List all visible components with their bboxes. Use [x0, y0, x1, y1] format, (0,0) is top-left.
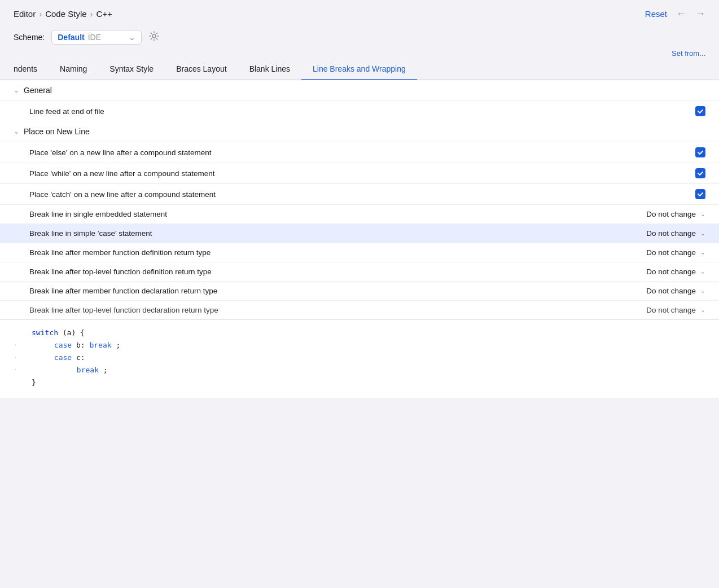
while-new-line-control	[695, 168, 705, 178]
line-feed-checkbox[interactable]	[695, 106, 705, 116]
section-general[interactable]: ⌄ General	[0, 80, 719, 100]
break-toplevel-def-chevron-icon: ⌄	[700, 268, 705, 275]
catch-new-line-label: Place 'catch' on a new line after a comp…	[29, 190, 695, 199]
code-content-3: case c:	[32, 352, 705, 364]
breadcrumb-editor: Editor	[14, 9, 36, 19]
code-preview: switch (a) { · case b: break ; · case c:	[0, 319, 719, 398]
setting-break-member-decl: Break line after member function declara…	[0, 281, 719, 300]
setting-break-case: Break line in simple 'case' statement Do…	[0, 223, 719, 243]
code-gutter-4: ·	[14, 364, 32, 376]
breadcrumb-sep1: ›	[39, 9, 42, 19]
else-new-line-checkbox[interactable]	[695, 147, 705, 157]
break-single-chevron-icon: ⌄	[700, 210, 705, 218]
general-chevron-icon: ⌄	[14, 86, 19, 94]
break-member-def-label: Break line after member function definit…	[29, 248, 646, 257]
break-single-label: Break line in single embedded statement	[29, 210, 646, 218]
setting-break-member-def: Break line after member function definit…	[0, 243, 719, 262]
code-content-5: }	[32, 376, 705, 389]
set-from-link[interactable]: Set from...	[672, 49, 705, 58]
code-gutter-3: ·	[14, 352, 32, 363]
header-actions: Reset ← →	[645, 8, 705, 20]
break-member-decl-chevron-icon: ⌄	[700, 287, 705, 295]
code-line-3: · case c:	[14, 352, 705, 364]
else-new-line-control	[695, 147, 705, 157]
break-member-decl-value: Do not change	[646, 287, 696, 295]
break-toplevel-def-value: Do not change	[646, 267, 696, 276]
setting-while-new-line: Place 'while' on a new line after a comp…	[0, 163, 719, 183]
setting-break-toplevel-decl: Break line after top-level function decl…	[0, 300, 719, 319]
tab-braces[interactable]: Braces Layout	[165, 60, 238, 80]
break-toplevel-def-label: Break line after top-level function defi…	[29, 267, 646, 276]
setting-break-single: Break line in single embedded statement …	[0, 204, 719, 223]
svg-point-0	[152, 34, 156, 38]
setting-catch-new-line: Place 'catch' on a new line after a comp…	[0, 183, 719, 204]
code-gutter-5	[14, 376, 32, 378]
setting-line-feed: Line feed at end of file	[0, 100, 719, 121]
keyword-switch: switch	[32, 328, 58, 337]
tab-naming[interactable]: Naming	[49, 60, 98, 80]
header: Editor › Code Style › C++ Reset ← →	[0, 0, 719, 25]
break-member-def-chevron-icon: ⌄	[700, 249, 705, 256]
set-from-row: Set from...	[0, 48, 719, 60]
line-feed-control	[695, 106, 705, 116]
tab-blank[interactable]: Blank Lines	[238, 60, 301, 80]
break-member-decl-dropdown[interactable]: Do not change ⌄	[646, 287, 705, 295]
section-place-on-new-line-label: Place on New Line	[24, 127, 90, 136]
tab-indents[interactable]: ndents	[0, 60, 49, 80]
code-line-1: switch (a) {	[14, 327, 705, 339]
catch-new-line-checkbox[interactable]	[695, 189, 705, 199]
section-general-label: General	[24, 86, 52, 95]
gear-icon	[148, 30, 160, 42]
break-case-value: Do not change	[646, 229, 696, 238]
scheme-chevron-icon: ⌄	[129, 33, 135, 42]
catch-new-line-control	[695, 189, 705, 199]
tab-linebreaks[interactable]: Line Breaks and Wrapping	[301, 60, 417, 80]
code-content-4: break ;	[32, 364, 705, 376]
code-content-1: switch (a) {	[32, 327, 705, 339]
checkmark-icon	[697, 108, 704, 115]
scheme-select[interactable]: Default IDE ⌄	[51, 30, 142, 45]
break-case-chevron-icon: ⌄	[700, 230, 705, 237]
break-member-def-value: Do not change	[646, 248, 696, 257]
breadcrumb-code-style: Code Style	[45, 9, 86, 19]
scheme-name: Default	[58, 33, 84, 42]
setting-else-new-line: Place 'else' on a new line after a compo…	[0, 142, 719, 163]
keyword-case-b: case	[54, 341, 72, 349]
scheme-row: Scheme: Default IDE ⌄	[0, 25, 719, 48]
gear-button[interactable]	[148, 30, 160, 45]
code-gutter-1	[14, 327, 32, 328]
checkmark-icon	[697, 170, 704, 177]
reset-button[interactable]: Reset	[645, 9, 667, 19]
breadcrumb: Editor › Code Style › C++	[14, 9, 112, 19]
tabs-container: ndents Naming Syntax Style Braces Layout…	[0, 60, 719, 80]
settings-list: ⌄ General Line feed at end of file ⌄ Pla…	[0, 80, 719, 319]
break-toplevel-decl-label: Break line after top-level function decl…	[29, 306, 646, 314]
code-line-5: }	[14, 376, 705, 389]
scheme-ide: IDE	[88, 33, 101, 42]
break-toplevel-decl-value: Do not change	[646, 306, 696, 314]
code-content-2: case b: break ;	[32, 339, 705, 352]
break-member-def-dropdown[interactable]: Do not change ⌄	[646, 248, 705, 257]
code-line-2: · case b: break ;	[14, 339, 705, 352]
keyword-case-c: case	[54, 353, 72, 362]
code-line-4: · break ;	[14, 364, 705, 376]
section-place-on-new-line[interactable]: ⌄ Place on New Line	[0, 121, 719, 142]
code-gutter-2: ·	[14, 339, 32, 351]
while-new-line-checkbox[interactable]	[695, 168, 705, 178]
keyword-break-c: break	[77, 366, 99, 374]
breadcrumb-sep2: ›	[90, 9, 93, 19]
break-case-label: Break line in simple 'case' statement	[29, 229, 646, 238]
back-button[interactable]: ←	[676, 8, 686, 20]
forward-button[interactable]: →	[695, 8, 705, 20]
break-toplevel-decl-chevron-icon: ⌄	[700, 306, 705, 314]
keyword-break-b: break	[89, 341, 111, 349]
checkmark-icon	[697, 149, 704, 156]
break-member-decl-label: Break line after member function declara…	[29, 287, 646, 295]
break-toplevel-def-dropdown[interactable]: Do not change ⌄	[646, 267, 705, 276]
break-single-dropdown[interactable]: Do not change ⌄	[646, 210, 705, 218]
break-toplevel-decl-dropdown[interactable]: Do not change ⌄	[646, 306, 705, 314]
line-feed-label: Line feed at end of file	[29, 107, 695, 116]
break-case-dropdown[interactable]: Do not change ⌄	[646, 229, 705, 238]
tab-syntax[interactable]: Syntax Style	[98, 60, 165, 80]
main-content: ⌄ General Line feed at end of file ⌄ Pla…	[0, 80, 719, 398]
